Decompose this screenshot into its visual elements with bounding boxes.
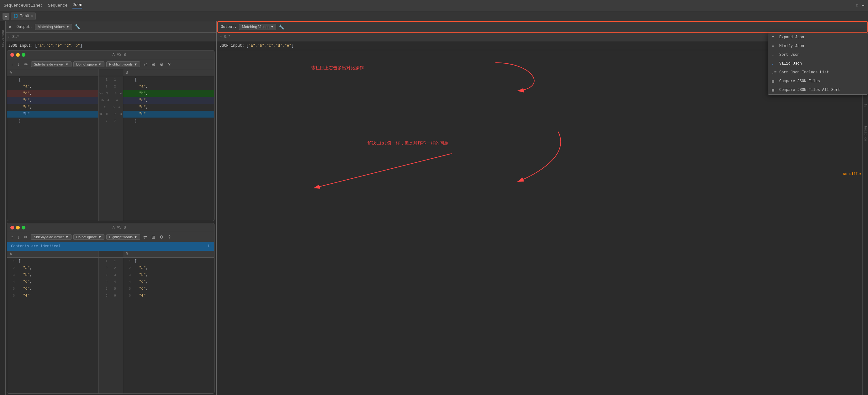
right-wrench-icon[interactable]: 🔧 xyxy=(279,25,284,30)
help-button-2[interactable]: ? xyxy=(167,234,172,240)
table-row: [ xyxy=(7,76,98,83)
diff-block1-gutter: 11 22 ≫33« ≫44 55« ≫66« 77 xyxy=(98,69,123,221)
traffic-light-yellow-2[interactable] xyxy=(16,226,20,229)
bookmarks-sidebar: Bookmarks xyxy=(0,21,6,395)
menu-item-label-expand: Expand Json xyxy=(779,35,804,39)
traffic-light-green-2[interactable] xyxy=(22,226,25,229)
table-row: 5 "d", xyxy=(7,285,98,292)
sort-json-icon: ↓ xyxy=(772,53,777,57)
highlight-dropdown-2[interactable]: Highlight words ▼ xyxy=(106,234,140,240)
left-output-dropdown[interactable]: Matching Values ▼ xyxy=(35,24,72,30)
settings-button-2[interactable]: ⚙ xyxy=(158,234,165,240)
scroll-up-button[interactable]: ↑ xyxy=(10,61,14,67)
left-close-button[interactable]: ✕ xyxy=(9,24,11,30)
diff-block2-title: A VS B xyxy=(27,225,211,230)
traffic-light-red[interactable] xyxy=(10,53,14,57)
sync-scroll-button[interactable]: ⇄ xyxy=(142,61,148,67)
minify-json-icon: ≡ xyxy=(772,44,777,48)
menu-item-compare-json-all-sort[interactable]: ▦ Compare JSON Files All Sort xyxy=(768,86,868,94)
minimize-icon[interactable]: — xyxy=(862,3,864,8)
gutter-row: ≫66« xyxy=(98,111,123,118)
traffic-light-red-2[interactable] xyxy=(10,226,14,229)
tab-close-icon[interactable]: ✕ xyxy=(31,14,33,18)
viewer-dropdown-2[interactable]: Side-by-side viewer ▼ xyxy=(31,234,71,240)
viewer-label: Side-by-side viewer xyxy=(34,62,64,66)
right-output-dropdown[interactable]: Matching Values ▼ xyxy=(239,24,276,30)
title-bar-controls: ⚙ — xyxy=(856,3,864,8)
menu-item-valid-json[interactable]: ✓ Valid Json xyxy=(768,59,868,68)
left-search-icon: ⌕ xyxy=(8,34,10,39)
valid-json-icon: ✓ xyxy=(772,61,777,66)
viewer-arrow-icon-2: ▼ xyxy=(65,235,69,239)
main-content: Bookmarks ✕ Output: Matching Values ▼ 🔧 … xyxy=(0,21,868,395)
left-json-input-label: JSON input: xyxy=(8,43,33,48)
edit-button[interactable]: ✏ xyxy=(23,61,29,67)
left-output-value: Matching Values xyxy=(38,25,65,29)
viewer-label-2: Side-by-side viewer xyxy=(34,235,64,239)
menu-item-label-sort: Sort Json xyxy=(779,53,800,57)
pane-b-label-2: B xyxy=(123,251,214,258)
table-row: 2 "a", xyxy=(123,265,214,271)
table-row: "e", xyxy=(7,97,98,104)
gutter-row-2: 33 xyxy=(98,271,123,278)
help-button[interactable]: ? xyxy=(167,61,172,67)
table-row: "c", xyxy=(123,97,214,104)
right-search-query[interactable]: $…* xyxy=(224,35,230,39)
app-name: SequenceOutline: xyxy=(4,3,43,8)
pane-a-lines: [ "a", "c", "e", "d", "b" ] xyxy=(7,76,98,221)
highlight-dropdown[interactable]: Highlight words ▼ xyxy=(106,61,140,67)
menu-item-compare-json-files[interactable]: ▦ Compare JSON Files xyxy=(768,77,868,86)
tab-sequence[interactable]: Sequence xyxy=(48,3,67,8)
left-panel: ✕ Output: Matching Values ▼ 🔧 ⌕ $…* JSON… xyxy=(6,21,216,395)
diff-block2-pane-a: A 1[ 2 "a", 3 "b", 4 "c", 5 "d", 6 "e" xyxy=(7,251,98,393)
gutter-row-2: 55 xyxy=(98,285,123,292)
identical-right-label: H xyxy=(208,244,210,249)
tab-name: Tab0 xyxy=(20,14,29,19)
menu-item-sort-include-list[interactable]: ↓≡ Sort Json Include List xyxy=(768,68,868,77)
left-panels-area: A VS B ↑ ↓ ✏ Side-by-side viewer ▼ Do no… xyxy=(7,50,215,394)
menu-item-minify-json[interactable]: ≡ Minify Json xyxy=(768,42,868,51)
left-search-query[interactable]: $…* xyxy=(12,35,19,39)
tab-json[interactable]: Json xyxy=(72,2,82,8)
table-row: ] xyxy=(123,118,214,125)
viewer-dropdown[interactable]: Side-by-side viewer ▼ xyxy=(31,61,71,67)
gutter-header xyxy=(98,69,123,76)
table-row: 6 "e" xyxy=(123,292,214,299)
gutter-row: ≫44 xyxy=(98,97,123,104)
columns-button-2[interactable]: ⊞ xyxy=(150,234,156,240)
gutter-row: ≫33« xyxy=(98,90,123,97)
settings-button[interactable]: ⚙ xyxy=(158,61,165,67)
settings-icon[interactable]: ⚙ xyxy=(856,3,858,8)
gutter-row: 11 xyxy=(98,76,123,83)
menu-item-expand-json[interactable]: ≡ Expand Json xyxy=(768,33,868,42)
table-row: 6 "e" xyxy=(7,292,98,299)
columns-button[interactable]: ⊞ xyxy=(150,61,156,67)
add-tab-button[interactable]: + xyxy=(2,13,9,20)
pane-b-lines: [ "a", "b", "c", "d", "e" ] xyxy=(123,76,214,221)
left-wrench-icon[interactable]: 🔧 xyxy=(74,24,80,30)
menu-item-label-sort-list: Sort Json Include List xyxy=(779,70,829,75)
gutter-header-2 xyxy=(98,251,123,258)
sync-scroll-button-2[interactable]: ⇄ xyxy=(142,234,148,240)
title-bar: SequenceOutline: Sequence Json ⚙ — xyxy=(0,0,868,11)
gutter-row: 55« xyxy=(98,104,123,111)
scroll-up-button-2[interactable]: ↑ xyxy=(10,234,14,240)
gutter-row-2: 66 xyxy=(98,292,123,299)
diff-block1-titlebar: A VS B xyxy=(7,51,214,59)
tab-item[interactable]: 🌐 Tab0 ✕ xyxy=(11,12,36,20)
traffic-light-yellow[interactable] xyxy=(16,53,20,57)
highlight-label: Highlight words xyxy=(109,62,133,66)
annotation-1: 该栏目上右击多出对比操作 xyxy=(311,65,364,71)
table-row: 3 "b", xyxy=(7,271,98,278)
edit-button-2[interactable]: ✏ xyxy=(23,234,29,240)
scroll-down-button-2[interactable]: ↓ xyxy=(16,234,21,240)
traffic-light-green[interactable] xyxy=(22,53,25,57)
ignore-dropdown-2[interactable]: Do not ignore ▼ xyxy=(73,234,104,240)
ignore-dropdown[interactable]: Do not ignore ▼ xyxy=(73,61,104,67)
identical-text: Contents are identical xyxy=(11,244,61,249)
diff-block1-pane-b: B [ "a", "b", "c", "d", "e" ] xyxy=(123,69,214,221)
left-json-input-row: JSON input: ["a","c","e","d","b"] xyxy=(6,41,216,50)
menu-item-sort-json[interactable]: ↓ Sort Json xyxy=(768,51,868,59)
scroll-down-button[interactable]: ↓ xyxy=(16,61,21,67)
diff-block2-pane-b: B 1[ 2 "a", 3 "b", 4 "c", 5 "d", 6 "e" xyxy=(123,251,214,393)
